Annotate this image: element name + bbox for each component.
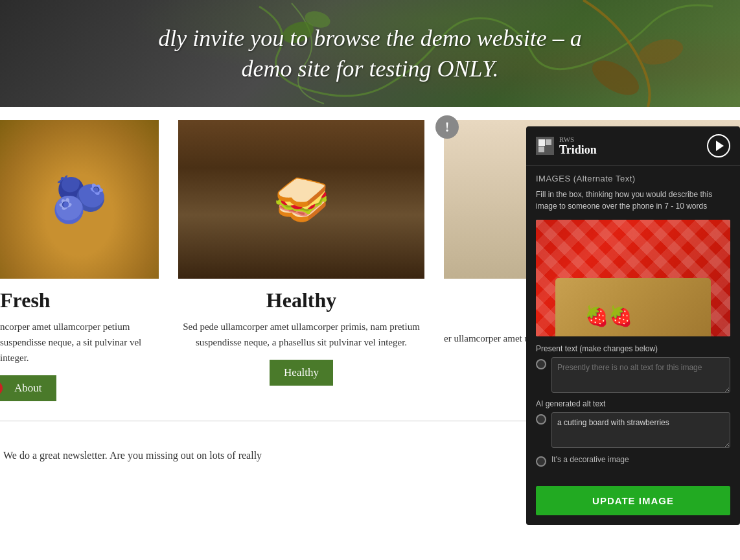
update-image-button[interactable]: UPDATE IMAGE — [536, 486, 730, 515]
rws-label: RWS — [559, 135, 597, 143]
tridion-brand: RWS Tridion — [559, 135, 597, 157]
decorative-radio[interactable] — [536, 456, 546, 467]
card-fresh: 🫐 Fresh ncorper amet ullamcorper petium … — [0, 120, 168, 401]
hero-banner: dly invite you to browse the demo websit… — [0, 0, 740, 107]
tridion-header: RWS Tridion — [526, 126, 740, 166]
decorative-label: It's a decorative image — [551, 454, 629, 465]
present-text-radio[interactable] — [536, 359, 546, 369]
tridion-name: Tridion — [559, 143, 597, 157]
sandwich-image: 🥪 — [178, 120, 424, 279]
present-text-input[interactable] — [551, 357, 730, 393]
tridion-section-subtitle: (Alternate Text) — [573, 174, 636, 183]
card-fresh-title: Fresh — [0, 288, 159, 312]
card-healthy: 🥪 Healthy Sed pede ullamcorper amet ulla… — [168, 120, 434, 401]
card-fresh-image: 🫐 — [0, 120, 159, 279]
page-wrapper: dly invite you to browse the demo websit… — [0, 0, 740, 560]
newsletter-section: We do a great newsletter. Are you missin… — [0, 434, 363, 477]
card-healthy-title: Healthy — [178, 288, 424, 312]
card-healthy-body: Sed pede ullamcorper amet ullamcorper pr… — [178, 319, 424, 350]
ai-text-input[interactable]: a cutting board with strawberries — [551, 412, 730, 448]
hero-text: dly invite you to browse the demo websit… — [158, 23, 582, 84]
card-healthy-image: 🥪 — [178, 120, 424, 279]
present-text-group: Present text (make changes below) — [536, 344, 730, 393]
svg-rect-6 — [538, 146, 544, 152]
tridion-instruction: Fill in the box, thinking how you would … — [536, 189, 730, 212]
ai-text-label: AI generated alt text — [536, 399, 730, 408]
tridion-logo-icon — [536, 137, 554, 155]
ai-text-group: AI generated alt text a cutting board wi… — [536, 399, 730, 448]
present-text-radio-item — [536, 357, 730, 393]
info-icon[interactable]: ! — [435, 115, 459, 139]
play-icon — [716, 141, 724, 151]
tridion-logo: RWS Tridion — [536, 135, 597, 157]
decorative-radio-item: It's a decorative image — [536, 454, 730, 467]
present-text-label: Present text (make changes below) — [536, 344, 730, 353]
svg-rect-4 — [538, 139, 545, 146]
tridion-play-button[interactable] — [707, 134, 730, 158]
about-button[interactable]: About — [0, 375, 56, 401]
berry-bowl-image: 🫐 — [0, 120, 159, 279]
strawberry-emoji: 🍓🍓 — [584, 305, 632, 327]
card-fresh-body: ncorper amet ullamcorper petium suspendi… — [0, 319, 159, 366]
svg-rect-5 — [546, 139, 551, 145]
tridion-body: IMAGES (Alternate Text) Fill in the box,… — [526, 166, 740, 480]
ai-text-radio[interactable] — [536, 414, 546, 425]
newsletter-text: We do a great newsletter. Are you missin… — [3, 447, 363, 464]
ai-text-radio-item: a cutting board with strawberries — [536, 412, 730, 448]
info-exclamation: ! — [445, 120, 450, 135]
tridion-panel: RWS Tridion IMAGES (Alternate Text) Fill… — [526, 126, 740, 525]
tridion-image-preview: 🍓🍓 — [536, 220, 730, 336]
healthy-button[interactable]: Healthy — [270, 360, 333, 386]
tridion-section-title: IMAGES (Alternate Text) — [536, 174, 730, 183]
strawberry-cutting-board-image: 🍓🍓 — [536, 220, 730, 336]
